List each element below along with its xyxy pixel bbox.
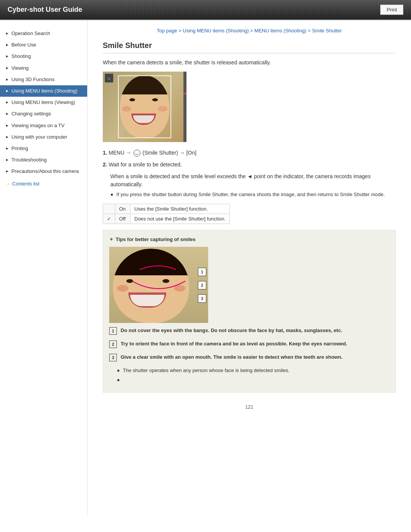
sidebar-item-using-menu-viewing[interactable]: ► Using MENU items (Viewing)	[0, 97, 87, 108]
table-row: On Uses the [Smile Shutter] function.	[103, 204, 230, 214]
sidebar-item-label: Printing	[11, 145, 28, 152]
tip-item-3: 3 Give a clear smile with an open mouth.…	[109, 353, 389, 361]
tips-sun-icon: ✦	[109, 236, 113, 242]
sidebar-item-label: Precautions/About this camera	[11, 168, 79, 175]
sidebar-item-using-menu-shooting[interactable]: ► Using MENU items (Shooting)	[0, 85, 87, 97]
row2-label: Off	[119, 216, 126, 222]
face-detection-box	[118, 75, 171, 138]
step2-text: Wait for a smile to be detected.	[109, 161, 182, 168]
row1-desc-cell: Uses the [Smile Shutter] function.	[131, 204, 230, 214]
page-footer: 121	[103, 400, 396, 410]
camera-mode-icon: ☺	[105, 73, 113, 83]
breadcrumb-using-menu-shooting[interactable]: Using MENU items (Shooting)	[183, 28, 249, 34]
contents-list-link[interactable]: → Contents list	[0, 177, 87, 190]
print-button[interactable]: Print	[380, 5, 403, 15]
smile-shutter-icon	[134, 150, 140, 157]
arrow-icon: ►	[5, 157, 9, 163]
tips-image-container: 1 2 3	[109, 247, 208, 323]
sidebar-item-label: Using 3D Functions	[11, 76, 54, 83]
step1-end: → [On]	[180, 150, 196, 156]
step-1: 1. MENU → (Smile Shutter) → [On]	[103, 149, 396, 157]
checkmark-icon: ✓	[107, 216, 111, 222]
bullet-item-1: ● If you press the shutter button during…	[110, 191, 396, 198]
arrow-icon: ►	[5, 31, 9, 36]
sidebar-item-label: Using with your computer	[11, 134, 67, 141]
step2-indicator-arrow: ◄	[247, 173, 254, 179]
step2-num: 2.	[103, 161, 107, 168]
camera-mode-text: ☺	[107, 76, 111, 81]
breadcrumb-menu-items-shooting[interactable]: MENU items (Shooting)	[255, 28, 307, 34]
tips-bullet1-text: The shutter operates when any person who…	[123, 367, 290, 374]
breadcrumb-top[interactable]: Top page	[157, 28, 177, 34]
tips-badge-3: 3	[198, 294, 206, 303]
sidebar-item-label: Viewing images on a TV	[11, 122, 65, 129]
tip-badge-1: 1	[109, 327, 117, 335]
row2-desc: Does not use the [Smile Shutter] functio…	[134, 216, 226, 222]
bullet-dot-icon: ●	[110, 191, 113, 198]
page-number: 121	[245, 404, 253, 410]
camera-image-inner: ☺	[103, 72, 186, 142]
sidebar-item-label: Operation Search	[11, 30, 50, 37]
options-table: On Uses the [Smile Shutter] function. ✓ …	[103, 204, 230, 224]
step2-detail-text: When a smile is detected and the smile l…	[110, 173, 246, 179]
bullet-dot-icon: ●	[117, 367, 120, 374]
bullet1-text: If you press the shutter button during S…	[116, 191, 385, 198]
row1-desc: Uses the [Smile Shutter] function.	[134, 206, 208, 212]
sidebar-item-before-use[interactable]: ► Before Use	[0, 39, 87, 51]
tip3-bold: Give a clear smile with an open mouth. T…	[121, 354, 342, 360]
tip-item-2: 2 Try to orient the face in front of the…	[109, 340, 389, 348]
tips-badge-1: 1	[198, 268, 206, 276]
sidebar-item-label: Before Use	[11, 42, 36, 48]
tips-title-text: Tips for better capturing of smiles	[116, 236, 196, 242]
sidebar-item-operation-search[interactable]: ► Operation Search	[0, 28, 87, 39]
tips-image: 1 2 3	[109, 247, 208, 323]
breadcrumb: Top page > Using MENU items (Shooting) >…	[103, 28, 396, 34]
row1-icon-cell	[103, 204, 115, 214]
tips-bullet-2: ●	[117, 376, 389, 384]
step-2: 2. Wait for a smile to be detected.	[103, 161, 396, 169]
tip2-bold: Try to orient the face in front of the c…	[121, 341, 347, 347]
row1-label: On	[119, 206, 126, 212]
breadcrumb-sep3: >	[308, 28, 312, 34]
sidebar-item-label: Using MENU items (Shooting)	[11, 88, 77, 94]
sidebar-item-precautions[interactable]: ► Precautions/About this camera	[0, 166, 87, 177]
bullet-dot-icon: ●	[117, 376, 120, 384]
arrow-icon: ►	[5, 77, 9, 82]
indicator-marker	[183, 93, 186, 94]
step1-num: 1.	[103, 150, 107, 156]
sidebar-item-using-computer[interactable]: ► Using with your computer	[0, 131, 87, 143]
sidebar-item-viewing-tv[interactable]: ► Viewing images on a TV	[0, 120, 87, 131]
arrow-icon: ►	[5, 111, 9, 117]
table-row: ✓ Off Does not use the [Smile Shutter] f…	[103, 214, 230, 224]
sidebar-item-3d-functions[interactable]: ► Using 3D Functions	[0, 74, 87, 85]
app-title: Cyber-shot User Guide	[8, 6, 82, 14]
breadcrumb-smile-shutter[interactable]: Smile Shutter	[312, 28, 342, 34]
row2-label-cell: Off	[115, 214, 131, 224]
arrow-icon: ►	[5, 169, 9, 174]
sidebar: ► Operation Search ► Before Use ► Shooti…	[0, 20, 88, 515]
tip-text-2: Try to orient the face in front of the c…	[121, 340, 347, 348]
sidebar-item-label: Viewing	[11, 65, 29, 72]
sidebar-item-label: Troubleshooting	[11, 157, 47, 163]
main-content: Top page > Using MENU items (Shooting) >…	[88, 20, 411, 515]
sidebar-item-shooting[interactable]: ► Shooting	[0, 51, 87, 62]
arrow-icon: ►	[5, 42, 9, 48]
row2-desc-cell: Does not use the [Smile Shutter] functio…	[131, 214, 230, 224]
sidebar-item-label: Using MENU items (Viewing)	[11, 99, 75, 106]
arrow-icon: ►	[5, 66, 9, 71]
page-title: Smile Shutter	[103, 41, 396, 53]
tip-badge-2: 2	[109, 340, 117, 348]
tip-badge-3: 3	[109, 354, 117, 361]
sidebar-item-label: Changing settings	[11, 110, 51, 117]
arrow-icon: ►	[5, 54, 9, 59]
sidebar-item-viewing[interactable]: ► Viewing	[0, 62, 87, 74]
camera-demo-image: ☺	[103, 72, 186, 142]
tip-text-1: Do not cover the eyes with the bangs. Do…	[121, 327, 342, 334]
step1-menu: MENU	[109, 150, 124, 156]
sidebar-item-changing-settings[interactable]: ► Changing settings	[0, 108, 87, 120]
sidebar-item-printing[interactable]: ► Printing	[0, 143, 87, 154]
page-layout: ► Operation Search ► Before Use ► Shooti…	[0, 20, 411, 515]
sidebar-item-troubleshooting[interactable]: ► Troubleshooting	[0, 154, 87, 166]
step1-icon-label: (Smile Shutter)	[142, 150, 178, 156]
tip-text-3: Give a clear smile with an open mouth. T…	[121, 353, 342, 361]
